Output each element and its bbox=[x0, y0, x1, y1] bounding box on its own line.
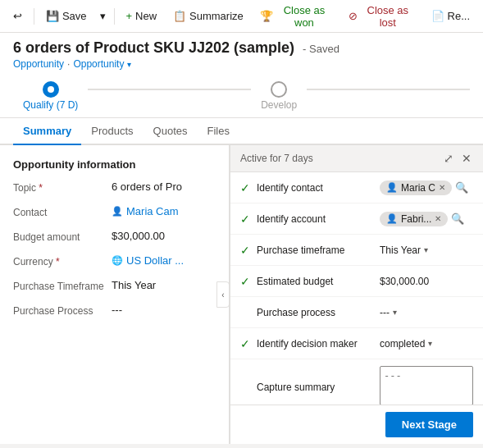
tag-pill[interactable]: 👤Fabri...✕ bbox=[380, 212, 448, 226]
checklist-value[interactable]: ---▾ bbox=[380, 307, 473, 318]
save-icon: 💾 bbox=[46, 10, 59, 22]
record-header: 6 orders of Product SKU JJ202 (sample) -… bbox=[0, 33, 483, 118]
save-button[interactable]: 💾 Save bbox=[39, 7, 93, 25]
dropdown-text: --- bbox=[380, 307, 390, 318]
toolbar-separator bbox=[34, 8, 34, 25]
tab-files[interactable]: Files bbox=[197, 118, 239, 145]
contact-icon: 👤 bbox=[112, 206, 123, 217]
back-icon: ↩ bbox=[13, 10, 22, 22]
checklist-value[interactable]: 👤Maria C✕🔍 bbox=[380, 181, 473, 195]
check-col: ✓ bbox=[240, 213, 257, 226]
textarea-wrap bbox=[380, 366, 473, 405]
plus-icon: + bbox=[125, 10, 132, 22]
breadcrumb-parent-link[interactable]: Opportunity bbox=[13, 58, 64, 70]
tab-products[interactable]: Products bbox=[81, 118, 143, 145]
checklist-value[interactable]: 👤Fabri...✕🔍 bbox=[380, 212, 473, 226]
tag-text: Maria C bbox=[401, 182, 435, 194]
right-panel: Active for 7 days ⤢ ✕ ✓Identify contact👤… bbox=[230, 145, 483, 444]
capture-summary-textarea[interactable] bbox=[380, 366, 473, 405]
record-saved-label: - Saved bbox=[303, 43, 339, 55]
field-label: Purchase Process bbox=[13, 304, 112, 317]
dropdown-text: This Year bbox=[380, 245, 421, 256]
close-lost-icon: ⊘ bbox=[349, 10, 358, 22]
field-label: Purchase Timeframe bbox=[13, 279, 112, 292]
stage-qualify[interactable]: Qualify (7 D) bbox=[13, 75, 88, 117]
expand-icon: ⤢ bbox=[444, 152, 453, 165]
dropdown-text: completed bbox=[380, 338, 425, 350]
remove-icon[interactable]: ✕ bbox=[439, 183, 445, 192]
stage-develop[interactable]: Develop bbox=[251, 75, 307, 117]
flyout-header: Active for 7 days ⤢ ✕ bbox=[230, 145, 483, 172]
checklist-row: ✓Identify contact👤Maria C✕🔍 bbox=[230, 172, 483, 203]
dropdown-select[interactable]: ---▾ bbox=[380, 307, 397, 318]
breadcrumb: Opportunity · Opportunity ▾ bbox=[13, 58, 470, 70]
left-panel: Opportunity information Topic6 orders of… bbox=[0, 145, 230, 444]
checklist-value[interactable]: This Year▾ bbox=[380, 245, 473, 256]
remove-icon[interactable]: ✕ bbox=[435, 214, 441, 223]
toolbar: ↩ 💾 Save ▾ + New 📋 Summarize 🏆 Close as … bbox=[0, 0, 483, 33]
field-link[interactable]: 🌐 US Dollar ... bbox=[112, 254, 216, 267]
globe-icon: 🌐 bbox=[112, 255, 123, 266]
checklist-value: $30,000.00 bbox=[380, 276, 473, 287]
breadcrumb-current-link[interactable]: Opportunity ▾ bbox=[73, 58, 130, 70]
field-link[interactable]: 👤 Maria Cam bbox=[112, 205, 216, 217]
dropdown-select[interactable]: This Year▾ bbox=[380, 245, 428, 256]
tag-pill[interactable]: 👤Maria C✕ bbox=[380, 181, 452, 195]
tag-icon: 👤 bbox=[386, 182, 398, 193]
field-label: Budget amount bbox=[13, 230, 112, 243]
checklist-row: ✓Purchase timeframeThis Year▾ bbox=[230, 235, 483, 266]
check-col: ✓ bbox=[240, 275, 257, 288]
checklist-label: Identify account bbox=[257, 213, 380, 225]
stage-label-develop: Develop bbox=[261, 99, 297, 111]
checklist-value[interactable]: completed▾ bbox=[380, 338, 473, 350]
tab-summary[interactable]: Summary bbox=[13, 118, 81, 145]
chevron-down-icon[interactable]: ▾ bbox=[428, 339, 432, 348]
rec-icon: 📄 bbox=[431, 10, 444, 22]
back-button[interactable]: ↩ bbox=[7, 7, 29, 25]
search-button[interactable]: 🔍 bbox=[451, 213, 464, 225]
breadcrumb-separator: · bbox=[67, 58, 70, 70]
checklist-label: Capture summary bbox=[257, 382, 380, 393]
checklist-row: ✓Identify decision makercompleted▾ bbox=[230, 328, 483, 359]
stage-label-qualify: Qualify (7 D) bbox=[23, 99, 78, 111]
flyout-active-text: Active for 7 days bbox=[240, 153, 313, 164]
tag-text: Fabri... bbox=[401, 213, 431, 225]
flyout-close-button[interactable]: ✕ bbox=[460, 150, 473, 167]
field-value: --- bbox=[112, 304, 216, 316]
dropdown-select[interactable]: completed▾ bbox=[380, 338, 432, 350]
search-button[interactable]: 🔍 bbox=[455, 181, 468, 194]
checklist-label: Estimated budget bbox=[257, 276, 380, 287]
chevron-down-icon[interactable]: ▾ bbox=[393, 308, 397, 317]
check-col: ✓ bbox=[240, 337, 257, 350]
field-row: Budget amount$30,000.00 bbox=[13, 230, 216, 243]
stage-line bbox=[88, 89, 251, 90]
close-icon: ✕ bbox=[462, 152, 472, 165]
field-value: This Year bbox=[112, 279, 216, 291]
close-won-button[interactable]: 🏆 Close as won bbox=[253, 1, 339, 32]
flyout-expand-button[interactable]: ⤢ bbox=[442, 150, 455, 167]
checklist-label: Identify contact bbox=[257, 182, 380, 194]
field-label: Currency bbox=[13, 254, 112, 267]
checklist-row: Purchase process---▾ bbox=[230, 297, 483, 328]
field-row: Purchase TimeframeThis Year bbox=[13, 279, 216, 292]
field-value: $30,000.00 bbox=[112, 230, 216, 242]
collapse-button[interactable]: ‹ bbox=[216, 281, 230, 308]
field-row: Contact👤 Maria Cam bbox=[13, 205, 216, 218]
check-col: ✓ bbox=[240, 244, 257, 257]
close-lost-button[interactable]: ⊘ Close as lost bbox=[342, 1, 421, 32]
new-button[interactable]: + New bbox=[119, 7, 163, 25]
rec-button[interactable]: 📄 Re... bbox=[425, 7, 476, 25]
summarize-button[interactable]: 📋 Summarize bbox=[166, 7, 250, 25]
checklist-value[interactable] bbox=[380, 366, 473, 405]
next-stage-button[interactable]: Next Stage bbox=[385, 412, 473, 437]
field-row: Purchase Process--- bbox=[13, 304, 216, 317]
flyout-header-actions: ⤢ ✕ bbox=[442, 150, 473, 167]
field-value[interactable]: 👤 Maria Cam bbox=[112, 205, 216, 217]
tab-quotes[interactable]: Quotes bbox=[144, 118, 198, 145]
save-dropdown-button[interactable]: ▾ bbox=[97, 7, 109, 25]
check-col: ✓ bbox=[240, 181, 257, 194]
checklist-row: ✓Identify account👤Fabri...✕🔍 bbox=[230, 203, 483, 235]
flyout-footer: Next Stage bbox=[230, 405, 483, 444]
field-value[interactable]: 🌐 US Dollar ... bbox=[112, 254, 216, 267]
chevron-down-icon[interactable]: ▾ bbox=[424, 245, 428, 254]
